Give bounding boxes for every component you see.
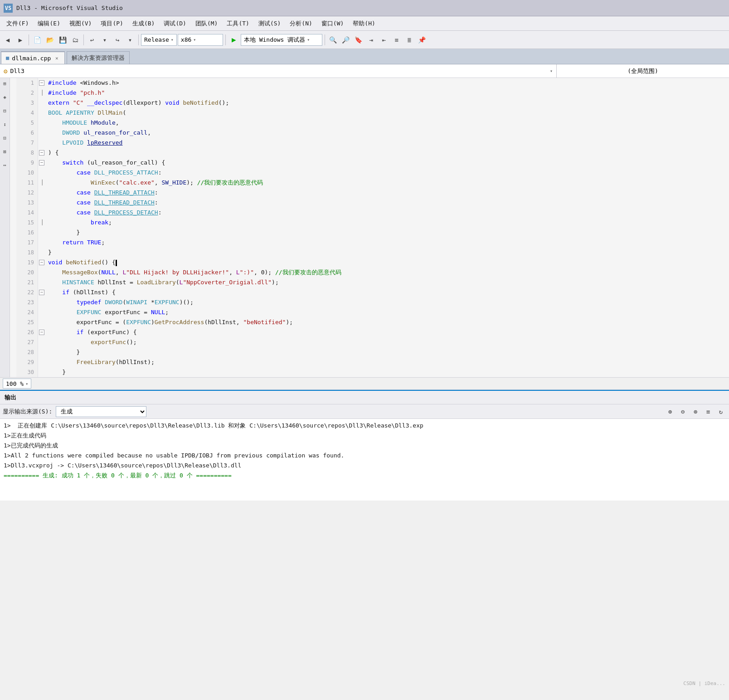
indent-button[interactable]: ⇥ bbox=[365, 34, 377, 46]
undo-button[interactable]: ↩ bbox=[86, 34, 98, 46]
collapse-1[interactable]: ─ bbox=[38, 80, 46, 86]
platform-value: x86 bbox=[181, 36, 191, 43]
menu-team[interactable]: 团队(M) bbox=[191, 18, 222, 29]
menu-tools[interactable]: 工具(T) bbox=[222, 18, 253, 29]
menu-help[interactable]: 帮助(H) bbox=[348, 18, 379, 29]
back-button[interactable]: ◀ bbox=[2, 34, 14, 46]
line-code-19: void beNotified() { bbox=[46, 258, 117, 267]
line-num-20: 20 bbox=[16, 267, 38, 277]
line-num-14: 14 bbox=[16, 208, 38, 218]
code-line-22: 22 ─ if (hDllInst) { bbox=[10, 287, 729, 297]
menu-debug[interactable]: 调试(D) bbox=[159, 18, 190, 29]
code-line-21: 21 HINSTANCE hDllInst = LoadLibrary(L"Np… bbox=[10, 277, 729, 287]
menu-test[interactable]: 测试(S) bbox=[254, 18, 285, 29]
code-line-8: 8 ─ ) { bbox=[10, 148, 729, 158]
scope-dropdown[interactable]: ⚙ Dll3 ▾ bbox=[0, 64, 557, 78]
title-text: Dll3 - Microsoft Visual Studio bbox=[16, 5, 123, 11]
menu-edit[interactable]: 编辑(E) bbox=[33, 18, 64, 29]
line-num-9: 9 bbox=[16, 158, 38, 168]
line-num-13: 13 bbox=[16, 198, 38, 208]
output-btn-5[interactable]: ↻ bbox=[715, 406, 726, 417]
indicator-2: │ bbox=[38, 88, 46, 98]
sidebar-icon-5[interactable]: ⊡ bbox=[1, 134, 9, 141]
output-header: 输出 bbox=[0, 391, 729, 404]
toolbar: ◀ ▶ 📄 📂 💾 🗂 ↩ ▾ ↪ ▾ Release ▾ x86 ▾ ▶ 本地… bbox=[0, 31, 729, 49]
line-num-29: 29 bbox=[16, 357, 38, 367]
output-btn-1[interactable]: ⊕ bbox=[665, 406, 676, 417]
configuration-dropdown[interactable]: Release ▾ bbox=[141, 34, 177, 46]
code-editor[interactable]: 1 ─ #include <Windows.h> 2 │ #include "p… bbox=[10, 78, 729, 377]
redo-dropdown[interactable]: ▾ bbox=[124, 34, 136, 46]
collapse-9[interactable]: ─ bbox=[38, 160, 46, 165]
menu-view[interactable]: 视图(V) bbox=[65, 18, 96, 29]
output-toolbar: 显示输出来源(S): 生成 ⊕ ⊖ ⊗ ≡ ↻ bbox=[0, 404, 729, 419]
line-code-18: } bbox=[46, 248, 52, 258]
line-code-15: break; bbox=[46, 218, 112, 228]
sidebar-icon-3[interactable]: ⊟ bbox=[1, 107, 9, 114]
code-line-1: 1 ─ #include <Windows.h> bbox=[10, 78, 729, 88]
code-line-27: 27 exportFunc(); bbox=[10, 337, 729, 347]
code-line-19: 19 ─ void beNotified() { bbox=[10, 258, 729, 267]
output-source-dropdown[interactable]: 生成 bbox=[56, 406, 146, 417]
outdent-button[interactable]: ⇤ bbox=[378, 34, 390, 46]
menu-analyze[interactable]: 分析(N) bbox=[285, 18, 316, 29]
forward-button[interactable]: ▶ bbox=[15, 34, 26, 46]
output-btn-4[interactable]: ≡ bbox=[703, 406, 714, 417]
menu-project[interactable]: 项目(P) bbox=[96, 18, 127, 29]
open-button[interactable]: 📂 bbox=[44, 34, 56, 46]
zoom-arrow: ▾ bbox=[25, 381, 28, 386]
collapse-8[interactable]: ─ bbox=[38, 150, 46, 156]
save-button[interactable]: 💾 bbox=[57, 34, 68, 46]
align-button[interactable]: ≡ bbox=[391, 34, 403, 46]
collapse-26[interactable]: ─ bbox=[38, 330, 46, 335]
sidebar-icon-1[interactable]: ⊞ bbox=[1, 80, 9, 87]
pin-button[interactable]: 📌 bbox=[416, 34, 428, 46]
code-line-9: 9 ─ switch (ul_reason_for_call) { bbox=[10, 158, 729, 168]
line-num-8: 8 bbox=[16, 148, 38, 158]
tab-dllmain[interactable]: ■ dllmain.cpp ✕ bbox=[1, 51, 65, 64]
find-button[interactable]: 🔎 bbox=[340, 34, 352, 46]
platform-dropdown[interactable]: x86 ▾ bbox=[178, 34, 223, 46]
line-code-22: if (hDllInst) { bbox=[46, 287, 116, 297]
code-line-20: 20 MessageBox(NULL, L"DLL Hijack! by DLL… bbox=[10, 267, 729, 277]
sidebar-icon-4[interactable]: ↕ bbox=[1, 121, 9, 128]
indicator-11: │ bbox=[38, 178, 46, 188]
menu-file[interactable]: 文件(F) bbox=[2, 18, 33, 29]
toolbar-separator-3 bbox=[138, 34, 139, 45]
output-btn-3[interactable]: ⊗ bbox=[690, 406, 701, 417]
debug-target-dropdown[interactable]: 本地 Windows 调试器 ▾ bbox=[241, 34, 322, 46]
undo-dropdown[interactable]: ▾ bbox=[99, 34, 111, 46]
line-num-30: 30 bbox=[16, 367, 38, 377]
bookmark-button[interactable]: 🔖 bbox=[353, 34, 364, 46]
tab-bar: ■ dllmain.cpp ✕ 解决方案资源管理器 bbox=[0, 49, 729, 64]
line-code-23: typedef DWORD(WINAPI *EXPFUNC)(); bbox=[46, 297, 194, 307]
redo-button[interactable]: ↪ bbox=[112, 34, 123, 46]
output-line-2: 1>正在生成代码 bbox=[4, 431, 725, 441]
zoom-dropdown[interactable]: 100 % ▾ bbox=[3, 379, 31, 389]
solution-explorer-label: 解决方案资源管理器 bbox=[72, 54, 125, 62]
sidebar-icon-2[interactable]: ◈ bbox=[1, 93, 9, 101]
code-line-12: 12 case DLL_THREAD_ATTACH: bbox=[10, 188, 729, 198]
line-code-12: case DLL_THREAD_ATTACH: bbox=[46, 188, 158, 198]
debug-target-arrow: ▾ bbox=[307, 37, 310, 42]
collapse-19[interactable]: ─ bbox=[38, 260, 46, 265]
code-line-15: 15 │ break; bbox=[10, 218, 729, 228]
code-line-14: 14 case DLL_PROCESS_DETACH: bbox=[10, 208, 729, 218]
indicator-15: │ bbox=[38, 218, 46, 228]
new-project-button[interactable]: 📄 bbox=[31, 34, 43, 46]
menu-build[interactable]: 生成(B) bbox=[128, 18, 159, 29]
scope-arrow: ▾ bbox=[550, 68, 553, 73]
output-btn-2[interactable]: ⊖ bbox=[677, 406, 688, 417]
collapse-22[interactable]: ─ bbox=[38, 290, 46, 295]
sidebar-icon-6[interactable]: ⊠ bbox=[1, 148, 9, 155]
search-button[interactable]: 🔍 bbox=[327, 34, 339, 46]
global-scope-dropdown[interactable]: (全局范围) bbox=[557, 64, 729, 78]
tab-dllmain-close[interactable]: ✕ bbox=[53, 55, 60, 61]
menu-window[interactable]: 窗口(W) bbox=[317, 18, 348, 29]
code-line-2: 2 │ #include "pch.h" bbox=[10, 88, 729, 98]
save-all-button[interactable]: 🗂 bbox=[69, 34, 81, 46]
sidebar-icon-7[interactable]: ↔ bbox=[1, 161, 9, 169]
format-button[interactable]: ≣ bbox=[403, 34, 415, 46]
zoom-bar: 100 % ▾ bbox=[0, 377, 729, 390]
solution-explorer-tab[interactable]: 解决方案资源管理器 bbox=[67, 51, 130, 64]
